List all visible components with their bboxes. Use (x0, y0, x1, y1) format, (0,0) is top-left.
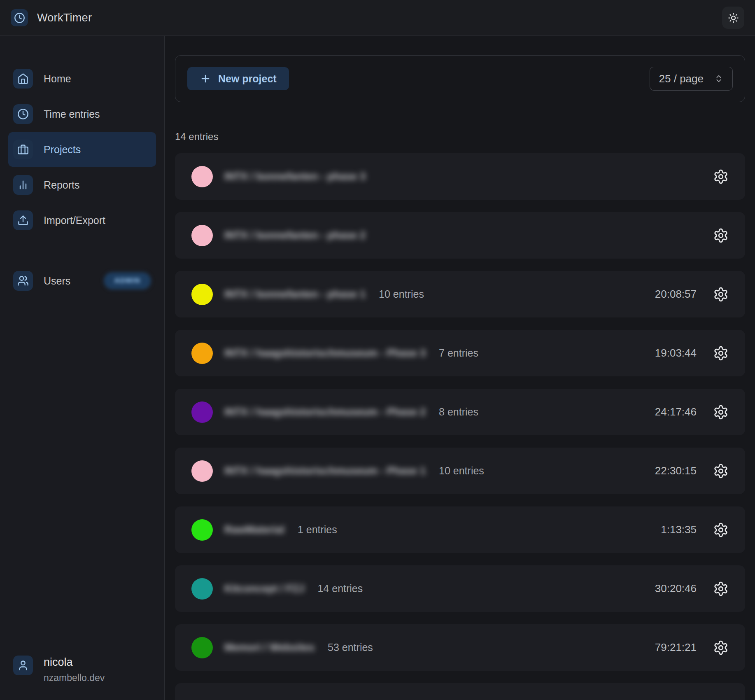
project-row[interactable]: INTX / bonnefanten - phase 2 (175, 212, 745, 259)
project-duration: 22:30:15 (655, 464, 697, 477)
sidebar-item-time-entries[interactable]: Time entries (8, 97, 156, 131)
project-color-dot (191, 225, 213, 246)
project-duration: 20:08:57 (655, 288, 697, 301)
gear-icon (713, 640, 729, 656)
project-settings-button[interactable] (713, 522, 729, 538)
upload-icon (13, 210, 33, 230)
project-duration: 24:17:46 (655, 406, 697, 418)
sidebar-item-reports[interactable]: Reports (8, 168, 156, 202)
project-name: RawMaterial (224, 524, 284, 536)
sidebar-item-import-export[interactable]: Import/Export (8, 203, 156, 238)
gear-icon (713, 404, 729, 420)
plus-icon (200, 73, 211, 84)
gear-icon (713, 522, 729, 538)
username: nicola (44, 656, 105, 669)
project-entries-count: 10 entries (439, 465, 484, 477)
project-settings-button[interactable] (713, 228, 729, 243)
project-list: INTX / bonnefanten - phase 3 INTX / bonn… (175, 153, 745, 700)
gear-icon (713, 228, 729, 243)
project-color-dot (191, 637, 213, 658)
sidebar-nav: Home Time entries Projects Reports Impor… (8, 61, 156, 238)
top-bar: WorkTimer (0, 0, 755, 36)
project-settings-button[interactable] (713, 345, 729, 361)
project-color-dot (191, 460, 213, 482)
project-color-dot (191, 519, 213, 541)
project-duration: 79:21:21 (655, 641, 697, 654)
sidebar-item-label: Time entries (44, 108, 100, 120)
bar-chart-icon (13, 175, 33, 195)
project-color-dot (191, 401, 213, 423)
project-name: INTX / bonnefanten - phase 2 (224, 229, 366, 241)
sidebar-item-users[interactable]: Users ADMIN (8, 264, 156, 298)
user-profile[interactable]: nicola nzambello.dev (8, 656, 156, 684)
project-name: Memori / Websites (224, 642, 315, 653)
project-duration: 1:13:35 (661, 523, 697, 536)
chevrons-up-down-icon (714, 74, 723, 83)
project-name: INTX / haagshistorischmuseum - Phase 1 (224, 465, 426, 477)
project-entries-count: 14 entries (317, 583, 363, 595)
sidebar-item-label: Home (44, 73, 71, 85)
project-settings-button[interactable] (713, 287, 729, 302)
project-settings-button[interactable] (713, 581, 729, 597)
sidebar-item-label: Reports (44, 179, 80, 191)
sun-icon (728, 12, 739, 23)
sidebar-item-label: Projects (44, 144, 81, 156)
clock-icon (11, 9, 28, 26)
gear-icon (713, 463, 729, 479)
project-settings-button[interactable] (713, 404, 729, 420)
project-row[interactable]: INTX / haagshistorischmuseum - Phase 1 1… (175, 448, 745, 494)
new-project-button[interactable]: New project (187, 67, 289, 90)
gear-icon (713, 345, 729, 361)
gear-icon (713, 581, 729, 597)
sidebar-item-projects[interactable]: Projects (8, 132, 156, 167)
theme-toggle-button[interactable] (722, 7, 744, 29)
project-entries-count: 53 entries (328, 642, 373, 653)
page-size-select[interactable]: 25 / page (650, 67, 733, 91)
project-row[interactable] (175, 683, 745, 700)
project-color-dot (191, 166, 213, 187)
project-row[interactable]: Memori / Websites 53 entries 79:21:21 (175, 624, 745, 671)
admin-badge: ADMIN (104, 272, 151, 289)
sidebar-item-label: Import/Export (44, 215, 105, 226)
project-entries-count: 1 entries (298, 524, 337, 536)
users-icon (13, 271, 33, 291)
project-name: Kitconcept / FZJ (224, 583, 304, 595)
project-entries-count: 10 entries (379, 288, 424, 300)
project-name: INTX / bonnefanten - phase 1 (224, 288, 366, 300)
project-color-dot (191, 343, 213, 364)
project-settings-button[interactable] (713, 169, 729, 184)
project-row[interactable]: INTX / haagshistorischmuseum - Phase 3 7… (175, 330, 745, 376)
app-title: WorkTimer (37, 12, 92, 24)
project-row[interactable]: RawMaterial 1 entries 1:13:35 (175, 506, 745, 553)
project-name: INTX / haagshistorischmuseum - Phase 2 (224, 406, 426, 418)
project-entries-count: 8 entries (439, 406, 478, 418)
project-entries-count: 7 entries (439, 347, 478, 359)
main-content: New project 25 / page 14 entries INTX / … (165, 36, 755, 700)
project-color-dot (191, 578, 213, 600)
project-row[interactable]: INTX / bonnefanten - phase 1 10 entries … (175, 271, 745, 317)
project-settings-button[interactable] (713, 463, 729, 479)
entries-count: 14 entries (175, 131, 745, 142)
project-duration: 19:03:44 (655, 347, 697, 359)
sidebar: Home Time entries Projects Reports Impor… (0, 36, 165, 700)
project-duration: 30:20:46 (655, 582, 697, 595)
sidebar-divider (9, 251, 155, 251)
project-row[interactable]: INTX / haagshistorischmuseum - Phase 2 8… (175, 389, 745, 435)
user-domain: nzambello.dev (44, 672, 105, 684)
project-row[interactable]: Kitconcept / FZJ 14 entries 30:20:46 (175, 565, 745, 612)
sidebar-item-home[interactable]: Home (8, 61, 156, 96)
project-color-dot (191, 284, 213, 305)
user-icon (13, 656, 33, 675)
project-settings-button[interactable] (713, 640, 729, 656)
gear-icon (713, 287, 729, 302)
project-name: INTX / bonnefanten - phase 3 (224, 170, 366, 182)
project-name: INTX / haagshistorischmuseum - Phase 3 (224, 347, 426, 359)
projects-toolbar: New project 25 / page (175, 55, 745, 102)
sidebar-item-label: Users (44, 275, 70, 287)
gear-icon (713, 169, 729, 184)
project-row[interactable]: INTX / bonnefanten - phase 3 (175, 153, 745, 200)
home-icon (13, 69, 33, 89)
briefcase-icon (13, 140, 33, 159)
clock-icon (13, 104, 33, 124)
